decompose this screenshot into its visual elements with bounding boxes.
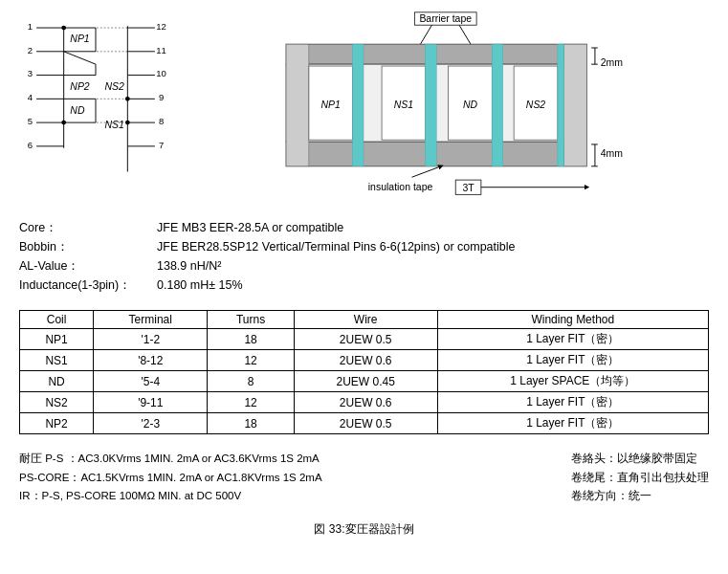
table-cell: NS2	[20, 392, 94, 413]
winding-diagram: 1 2 3 4 5 6 NP1 NP2 ND	[19, 10, 172, 201]
svg-text:11: 11	[156, 45, 166, 55]
core-value: JFE MB3 EER-28.5A or compatible	[157, 218, 343, 237]
svg-text:NS1: NS1	[394, 99, 413, 110]
svg-text:ND: ND	[70, 105, 85, 116]
table-cell: 1 Layer FIT（密）	[437, 329, 708, 350]
svg-rect-75	[492, 44, 502, 166]
spec-bobbin: Bobbin： JFE BER28.5SP12 Vertical/Termina…	[19, 237, 709, 256]
svg-text:NS2: NS2	[526, 99, 546, 110]
svg-text:insulation tape: insulation tape	[368, 182, 433, 192]
table-cell: 2UEW 0.45	[294, 371, 437, 392]
svg-text:1: 1	[28, 21, 33, 32]
footer-left-line-2: PS-CORE：AC1.5KVrms 1MIN. 2mA or AC1.8KVr…	[19, 469, 552, 488]
table-cell: NP1	[20, 329, 94, 350]
svg-text:3: 3	[28, 68, 33, 78]
col-coil: Coil	[20, 311, 94, 329]
footer-right-line-2: 卷绕尾：直角引出包扶处理	[571, 469, 709, 488]
svg-text:Barrier tape: Barrier tape	[419, 13, 472, 24]
figure-caption: 図 33:変圧器設計例	[19, 521, 709, 538]
svg-text:12: 12	[156, 21, 166, 32]
footer-right: 巻絡头：以绝缘胶带固定 卷绕尾：直角引出包扶处理 卷绕方向：统一	[571, 450, 709, 506]
table-cell: '1-2	[94, 329, 208, 350]
svg-rect-76	[558, 44, 564, 166]
table-cell: 2UEW 0.5	[294, 329, 437, 350]
footer-notes: 耐圧 P-S ：AC3.0KVrms 1MIN. 2mA or AC3.6KVr…	[19, 450, 709, 506]
spec-al: AL-Value： 138.9 nH/N²	[19, 256, 709, 276]
al-value: 138.9 nH/N²	[157, 256, 221, 276]
main-container: 1 2 3 4 5 6 NP1 NP2 ND	[19, 10, 709, 538]
table-cell: ND	[20, 371, 94, 392]
table-cell: 1 Layer FIT（密）	[437, 413, 708, 434]
footer-left-line-1: 耐圧 P-S ：AC3.0KVrms 1MIN. 2mA or AC3.6KVr…	[19, 450, 552, 469]
table-cell: 18	[208, 413, 294, 434]
svg-line-21	[64, 52, 96, 64]
svg-rect-64	[564, 44, 587, 166]
inductance-value: 0.180 mH± 15%	[157, 276, 243, 295]
svg-text:8: 8	[159, 116, 164, 126]
footer-right-line-3: 卷绕方向：统一	[571, 487, 709, 506]
col-terminal: Terminal	[94, 311, 208, 329]
table-cell: '9-11	[94, 392, 208, 413]
svg-text:5: 5	[28, 116, 33, 126]
spec-inductance: Inductance(1-3pin)： 0.180 mH± 15%	[19, 276, 709, 295]
svg-text:2: 2	[28, 45, 33, 55]
svg-text:ND: ND	[463, 99, 478, 110]
svg-text:2mm: 2mm	[601, 57, 624, 68]
footer-right-line-1: 巻絡头：以绝缘胶带固定	[571, 450, 709, 469]
core-diagram: Barrier tape 2mm	[191, 10, 709, 201]
table-cell: 1 Layer FIT（密）	[437, 392, 708, 413]
svg-text:NS2: NS2	[105, 81, 125, 92]
svg-text:NP2: NP2	[70, 81, 90, 92]
table-cell: NS1	[20, 350, 94, 371]
table-cell: 2UEW 0.6	[294, 350, 437, 371]
svg-text:NS1: NS1	[105, 120, 124, 130]
svg-text:NP1: NP1	[70, 33, 89, 44]
col-winding-method: Winding Method	[437, 311, 708, 329]
svg-text:10: 10	[156, 68, 166, 78]
svg-text:NP1: NP1	[321, 99, 341, 110]
bobbin-label: Bobbin：	[19, 237, 153, 256]
table-row: ND'5-482UEW 0.451 Layer SPACE（均等）	[20, 371, 709, 392]
table-cell: 12	[208, 392, 294, 413]
specs-section: Core： JFE MB3 EER-28.5A or compatible Bo…	[19, 218, 709, 295]
table-cell: 1 Layer FIT（密）	[437, 350, 708, 371]
table-cell: '8-12	[94, 350, 208, 371]
svg-text:4mm: 4mm	[601, 148, 624, 159]
footer-left-line-3: IR：P-S, PS-CORE 100MΩ MIN. at DC 500V	[19, 487, 552, 506]
footer-left: 耐圧 P-S ：AC3.0KVrms 1MIN. 2mA or AC3.6KVr…	[19, 450, 552, 506]
table-cell: 12	[208, 350, 294, 371]
table-row: NP1'1-2182UEW 0.51 Layer FIT（密）	[20, 329, 709, 350]
table-row: NP2'2-3182UEW 0.51 Layer FIT（密）	[20, 413, 709, 434]
col-turns: Turns	[208, 311, 294, 329]
table-cell: 2UEW 0.6	[294, 392, 437, 413]
table-cell: '2-3	[94, 413, 208, 434]
col-wire: Wire	[294, 311, 437, 329]
table-header-row: Coil Terminal Turns Wire Winding Method	[20, 311, 709, 329]
table-cell: 8	[208, 371, 294, 392]
winding-table: Coil Terminal Turns Wire Winding Method …	[19, 310, 709, 434]
table-cell: '5-4	[94, 371, 208, 392]
table-cell: NP2	[20, 413, 94, 434]
core-label: Core：	[19, 218, 153, 237]
svg-line-78	[412, 166, 441, 177]
svg-rect-63	[286, 44, 309, 166]
table-cell: 1 Layer SPACE（均等）	[437, 371, 708, 392]
svg-text:3T: 3T	[462, 183, 474, 193]
table-cell: 2UEW 0.5	[294, 413, 437, 434]
table-row: NS2'9-11122UEW 0.61 Layer FIT（密）	[20, 392, 709, 413]
svg-text:4: 4	[28, 92, 33, 102]
inductance-label: Inductance(1-3pin)：	[19, 276, 153, 295]
bobbin-value: JFE BER28.5SP12 Vertical/Terminal Pins 6…	[157, 237, 515, 256]
spec-core: Core： JFE MB3 EER-28.5A or compatible	[19, 218, 709, 237]
svg-rect-73	[353, 44, 364, 166]
table-cell: 18	[208, 329, 294, 350]
al-label: AL-Value：	[19, 256, 153, 276]
svg-rect-74	[426, 44, 436, 166]
svg-text:7: 7	[159, 140, 164, 150]
svg-text:9: 9	[159, 92, 164, 102]
diagram-area: 1 2 3 4 5 6 NP1 NP2 ND	[19, 10, 709, 201]
table-row: NS1'8-12122UEW 0.61 Layer FIT（密）	[20, 350, 709, 371]
svg-text:6: 6	[28, 140, 33, 150]
